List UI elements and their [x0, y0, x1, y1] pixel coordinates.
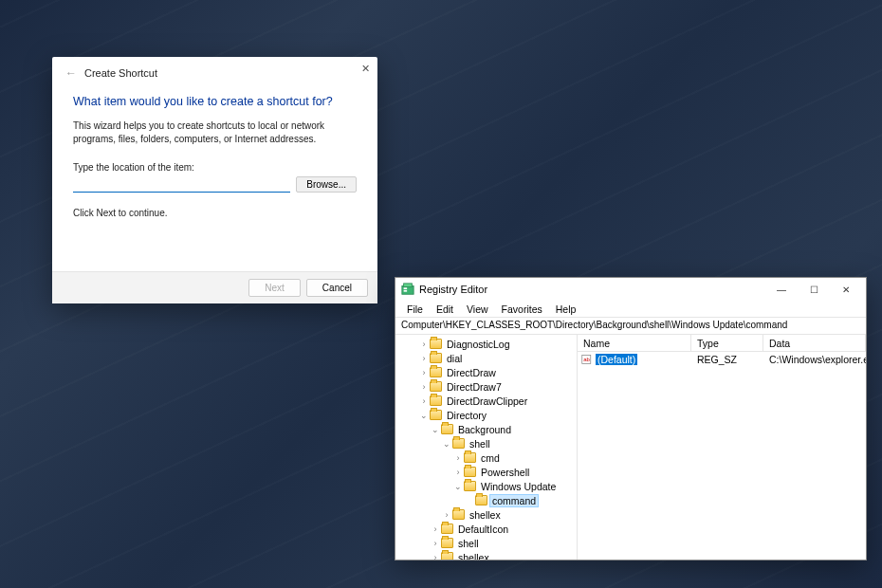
folder-icon	[430, 339, 442, 349]
tree-item-label: Background	[456, 424, 513, 435]
registry-values-pane[interactable]: Name Type Data ab(Default)REG_SZC:\Windo…	[578, 335, 866, 560]
folder-icon	[464, 452, 476, 463]
chevron-right-icon[interactable]: ›	[452, 453, 464, 463]
address-bar[interactable]: Computer\HKEY_CLASSES_ROOT\Directory\Bac…	[395, 318, 866, 335]
tree-item-label: DiagnosticLog	[445, 339, 512, 350]
folder-icon	[430, 367, 442, 377]
values-header[interactable]: Name Type Data	[578, 335, 866, 352]
folder-icon	[430, 395, 442, 406]
chevron-right-icon[interactable]: ›	[430, 524, 441, 534]
tree-item[interactable]: ›DirectDraw7	[395, 379, 577, 394]
chevron-right-icon[interactable]: ›	[418, 396, 430, 406]
col-header-type[interactable]: Type	[691, 335, 763, 351]
folder-icon	[441, 538, 453, 548]
window-title: Registry Editor	[419, 284, 487, 295]
close-button[interactable]: ✕	[830, 278, 862, 301]
tree-item[interactable]: ›shell	[395, 536, 577, 550]
registry-tree[interactable]: ›DiagnosticLog›dial›DirectDraw›DirectDra…	[395, 335, 578, 560]
tree-item[interactable]: ›DefaultIcon	[395, 522, 577, 536]
chevron-down-icon[interactable]: ⌄	[441, 439, 452, 449]
tree-item[interactable]: ⌄Background	[395, 422, 577, 436]
next-button[interactable]: Next	[248, 279, 301, 297]
dialog-title: What item would you like to create a sho…	[73, 95, 357, 108]
folder-icon	[475, 495, 487, 505]
tree-item[interactable]: ›DiagnosticLog	[395, 337, 577, 351]
value-name: (Default)	[596, 354, 637, 365]
tree-item[interactable]: ›shellex	[395, 507, 577, 522]
tree-item[interactable]: command	[395, 493, 577, 507]
chevron-right-icon[interactable]: ›	[430, 553, 441, 560]
svg-rect-2	[404, 287, 408, 289]
value-row[interactable]: ab(Default)REG_SZC:\Windows\explorer.ex	[578, 352, 866, 367]
tree-item-label: DirectDraw	[445, 367, 498, 378]
tree-item-label: Directory	[445, 410, 488, 421]
svg-rect-1	[404, 284, 413, 287]
chevron-right-icon[interactable]: ›	[418, 382, 430, 392]
browse-button[interactable]: Browse...	[296, 176, 357, 193]
create-shortcut-dialog: ✕ ← Create Shortcut What item would you …	[52, 57, 377, 303]
tree-item[interactable]: ›DirectDrawClipper	[395, 394, 577, 408]
folder-icon	[452, 438, 465, 449]
folder-icon	[430, 353, 442, 363]
tree-item[interactable]: ⌄Windows Update	[395, 479, 577, 493]
chevron-down-icon[interactable]: ⌄	[430, 425, 441, 434]
chevron-right-icon[interactable]: ›	[441, 510, 452, 520]
folder-icon	[441, 424, 453, 434]
folder-icon	[430, 410, 442, 420]
col-header-name[interactable]: Name	[578, 335, 691, 351]
col-header-data[interactable]: Data	[763, 335, 866, 351]
folder-icon	[464, 481, 476, 491]
minimize-button[interactable]: —	[765, 278, 798, 301]
dialog-description: This wizard helps you to create shortcut…	[73, 119, 357, 145]
svg-text:ab: ab	[583, 357, 590, 362]
tree-item-label: shellex	[456, 552, 491, 560]
tree-item-label: shell	[468, 438, 492, 450]
folder-icon	[464, 467, 476, 477]
menu-view[interactable]: View	[461, 303, 494, 316]
menu-file[interactable]: File	[401, 303, 429, 316]
folder-icon	[441, 552, 453, 560]
value-data: C:\Windows\explorer.ex	[763, 354, 866, 365]
tree-item[interactable]: ⌄shell	[395, 436, 577, 450]
tree-item-label: shell	[456, 538, 481, 549]
regedit-app-icon	[401, 283, 414, 296]
menu-favorites[interactable]: Favorites	[496, 303, 548, 316]
cancel-button[interactable]: Cancel	[306, 279, 368, 297]
chevron-down-icon[interactable]: ⌄	[418, 411, 430, 420]
string-value-icon: ab	[581, 354, 593, 365]
tree-item[interactable]: ⌄Directory	[395, 408, 577, 422]
menu-edit[interactable]: Edit	[431, 303, 459, 316]
svg-rect-3	[404, 290, 408, 292]
chevron-right-icon[interactable]: ›	[418, 368, 430, 377]
tree-item[interactable]: ›cmd	[395, 450, 577, 465]
tree-item-label: shellex	[468, 509, 503, 521]
maximize-button[interactable]: ☐	[798, 278, 830, 301]
dialog-header-text: Create Shortcut	[84, 67, 157, 79]
tree-item-label: DefaultIcon	[456, 524, 510, 535]
tree-item[interactable]: ›DirectDraw	[395, 365, 577, 379]
chevron-right-icon[interactable]: ›	[452, 468, 464, 477]
tree-item[interactable]: ›dial	[395, 351, 577, 365]
chevron-right-icon[interactable]: ›	[418, 340, 430, 349]
chevron-down-icon[interactable]: ⌄	[452, 482, 464, 491]
tree-item-label: DirectDraw7	[445, 381, 504, 393]
folder-icon	[430, 381, 442, 392]
back-icon[interactable]: ←	[65, 66, 77, 80]
tree-item[interactable]: ›shellex	[395, 550, 577, 560]
location-input[interactable]	[73, 175, 290, 193]
tree-item-label: cmd	[479, 452, 502, 464]
tree-item-label: DirectDrawClipper	[445, 395, 529, 407]
continue-hint: Click Next to continue.	[73, 208, 357, 218]
titlebar[interactable]: Registry Editor — ☐ ✕	[395, 278, 866, 301]
tree-item-label: Windows Update	[479, 481, 558, 492]
folder-icon	[452, 509, 465, 520]
close-icon[interactable]: ✕	[361, 63, 370, 75]
menu-help[interactable]: Help	[550, 303, 582, 316]
tree-item[interactable]: ›Powershell	[395, 465, 577, 479]
folder-icon	[441, 524, 453, 534]
chevron-right-icon[interactable]: ›	[418, 354, 430, 363]
location-label: Type the location of the item:	[73, 162, 357, 173]
chevron-right-icon[interactable]: ›	[430, 539, 441, 548]
registry-editor-window: Registry Editor — ☐ ✕ File Edit View Fav…	[395, 277, 867, 560]
value-type: REG_SZ	[691, 354, 763, 365]
